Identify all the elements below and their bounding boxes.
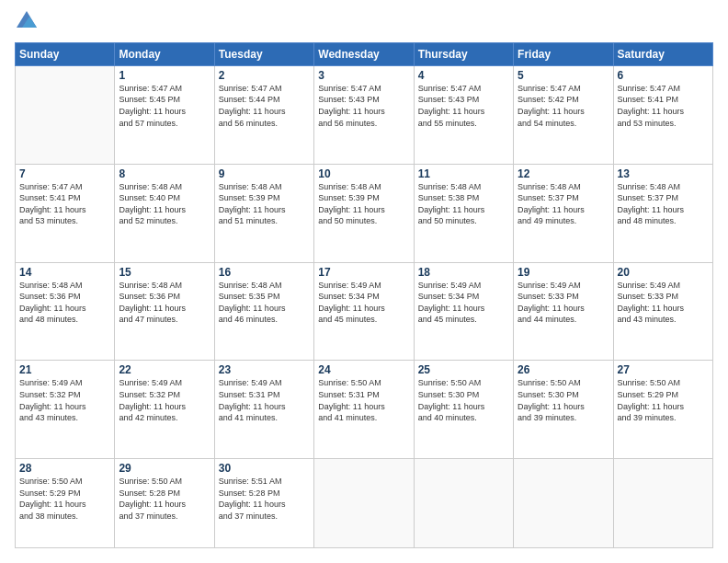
day-number: 8 [119, 167, 210, 180]
day-number: 17 [318, 266, 409, 279]
day-info: Sunrise: 5:49 AMSunset: 5:33 PMDaylight:… [518, 280, 609, 326]
calendar-cell [414, 459, 513, 548]
day-info: Sunrise: 5:50 AMSunset: 5:31 PMDaylight:… [318, 377, 409, 423]
day-number: 26 [518, 363, 609, 376]
day-number: 21 [19, 363, 110, 376]
day-number: 15 [119, 266, 210, 279]
calendar-cell: 19Sunrise: 5:49 AMSunset: 5:33 PMDayligh… [514, 262, 613, 361]
calendar-cell: 20Sunrise: 5:49 AMSunset: 5:33 PMDayligh… [613, 262, 712, 361]
day-number: 28 [19, 462, 110, 475]
day-info: Sunrise: 5:48 AMSunset: 5:38 PMDaylight:… [418, 181, 509, 227]
header-friday: Friday [514, 42, 613, 65]
day-number: 20 [618, 266, 709, 279]
header [15, 15, 713, 33]
header-wednesday: Wednesday [314, 42, 414, 65]
day-number: 2 [219, 69, 310, 82]
calendar-cell: 9Sunrise: 5:48 AMSunset: 5:39 PMDaylight… [214, 164, 313, 262]
calendar-week-row: 28Sunrise: 5:50 AMSunset: 5:29 PMDayligh… [16, 459, 713, 548]
day-number: 16 [219, 266, 310, 279]
calendar-cell: 18Sunrise: 5:49 AMSunset: 5:34 PMDayligh… [414, 262, 513, 361]
day-info: Sunrise: 5:50 AMSunset: 5:29 PMDaylight:… [618, 377, 709, 423]
calendar-cell [314, 459, 414, 548]
calendar-header-row: SundayMondayTuesdayWednesdayThursdayFrid… [16, 42, 713, 65]
calendar-cell: 13Sunrise: 5:48 AMSunset: 5:37 PMDayligh… [613, 164, 712, 262]
calendar-cell: 14Sunrise: 5:48 AMSunset: 5:36 PMDayligh… [16, 262, 115, 361]
day-info: Sunrise: 5:48 AMSunset: 5:40 PMDaylight:… [119, 181, 210, 227]
day-number: 24 [318, 363, 409, 376]
calendar-cell: 26Sunrise: 5:50 AMSunset: 5:30 PMDayligh… [514, 361, 613, 459]
day-number: 22 [119, 363, 210, 376]
calendar-week-row: 7Sunrise: 5:47 AMSunset: 5:41 PMDaylight… [16, 164, 713, 262]
calendar-cell: 2Sunrise: 5:47 AMSunset: 5:44 PMDaylight… [214, 65, 313, 164]
day-info: Sunrise: 5:49 AMSunset: 5:32 PMDaylight:… [19, 377, 110, 423]
calendar-cell [514, 459, 613, 548]
day-info: Sunrise: 5:50 AMSunset: 5:30 PMDaylight:… [518, 377, 609, 423]
day-info: Sunrise: 5:48 AMSunset: 5:39 PMDaylight:… [219, 181, 310, 227]
calendar-cell: 17Sunrise: 5:49 AMSunset: 5:34 PMDayligh… [314, 262, 414, 361]
day-number: 13 [618, 167, 709, 180]
day-info: Sunrise: 5:49 AMSunset: 5:33 PMDaylight:… [618, 280, 709, 326]
calendar-cell: 3Sunrise: 5:47 AMSunset: 5:43 PMDaylight… [314, 65, 414, 164]
calendar-cell [16, 65, 115, 164]
day-number: 19 [518, 266, 609, 279]
calendar-cell: 16Sunrise: 5:48 AMSunset: 5:35 PMDayligh… [214, 262, 313, 361]
day-info: Sunrise: 5:48 AMSunset: 5:36 PMDaylight:… [119, 280, 210, 326]
calendar-cell: 1Sunrise: 5:47 AMSunset: 5:45 PMDaylight… [115, 65, 214, 164]
day-info: Sunrise: 5:48 AMSunset: 5:37 PMDaylight:… [618, 181, 709, 227]
day-info: Sunrise: 5:49 AMSunset: 5:34 PMDaylight:… [418, 280, 509, 326]
calendar-week-row: 14Sunrise: 5:48 AMSunset: 5:36 PMDayligh… [16, 262, 713, 361]
day-info: Sunrise: 5:47 AMSunset: 5:41 PMDaylight:… [618, 83, 709, 129]
calendar-week-row: 1Sunrise: 5:47 AMSunset: 5:45 PMDaylight… [16, 65, 713, 164]
header-tuesday: Tuesday [214, 42, 313, 65]
calendar-cell: 12Sunrise: 5:48 AMSunset: 5:37 PMDayligh… [514, 164, 613, 262]
day-info: Sunrise: 5:48 AMSunset: 5:37 PMDaylight:… [518, 181, 609, 227]
day-info: Sunrise: 5:47 AMSunset: 5:42 PMDaylight:… [518, 83, 609, 129]
day-number: 5 [518, 69, 609, 82]
calendar-cell: 28Sunrise: 5:50 AMSunset: 5:29 PMDayligh… [16, 459, 115, 548]
day-number: 23 [219, 363, 310, 376]
day-info: Sunrise: 5:47 AMSunset: 5:45 PMDaylight:… [119, 83, 210, 129]
day-info: Sunrise: 5:50 AMSunset: 5:30 PMDaylight:… [418, 377, 509, 423]
day-info: Sunrise: 5:50 AMSunset: 5:28 PMDaylight:… [119, 476, 210, 522]
day-number: 14 [19, 266, 110, 279]
calendar-cell: 6Sunrise: 5:47 AMSunset: 5:41 PMDaylight… [613, 65, 712, 164]
calendar-cell: 22Sunrise: 5:49 AMSunset: 5:32 PMDayligh… [115, 361, 214, 459]
calendar-cell: 27Sunrise: 5:50 AMSunset: 5:29 PMDayligh… [613, 361, 712, 459]
day-number: 6 [618, 69, 709, 82]
day-number: 30 [219, 462, 310, 475]
header-sunday: Sunday [16, 42, 115, 65]
calendar-cell: 21Sunrise: 5:49 AMSunset: 5:32 PMDayligh… [16, 361, 115, 459]
day-number: 4 [418, 69, 509, 82]
calendar-week-row: 21Sunrise: 5:49 AMSunset: 5:32 PMDayligh… [16, 361, 713, 459]
calendar-cell: 4Sunrise: 5:47 AMSunset: 5:43 PMDaylight… [414, 65, 513, 164]
day-number: 7 [19, 167, 110, 180]
day-number: 10 [318, 167, 409, 180]
calendar-cell: 29Sunrise: 5:50 AMSunset: 5:28 PMDayligh… [115, 459, 214, 548]
day-number: 12 [518, 167, 609, 180]
day-number: 27 [618, 363, 709, 376]
calendar-cell: 24Sunrise: 5:50 AMSunset: 5:31 PMDayligh… [314, 361, 414, 459]
calendar-cell: 8Sunrise: 5:48 AMSunset: 5:40 PMDaylight… [115, 164, 214, 262]
calendar-cell: 5Sunrise: 5:47 AMSunset: 5:42 PMDaylight… [514, 65, 613, 164]
day-info: Sunrise: 5:48 AMSunset: 5:39 PMDaylight:… [318, 181, 409, 227]
day-info: Sunrise: 5:47 AMSunset: 5:41 PMDaylight:… [19, 181, 110, 227]
day-info: Sunrise: 5:49 AMSunset: 5:31 PMDaylight:… [219, 377, 310, 423]
logo [15, 15, 37, 33]
day-info: Sunrise: 5:50 AMSunset: 5:29 PMDaylight:… [19, 476, 110, 522]
day-info: Sunrise: 5:47 AMSunset: 5:43 PMDaylight:… [418, 83, 509, 129]
day-info: Sunrise: 5:47 AMSunset: 5:44 PMDaylight:… [219, 83, 310, 129]
calendar-cell: 10Sunrise: 5:48 AMSunset: 5:39 PMDayligh… [314, 164, 414, 262]
calendar-cell: 23Sunrise: 5:49 AMSunset: 5:31 PMDayligh… [214, 361, 313, 459]
logo-icon [17, 11, 37, 28]
day-info: Sunrise: 5:48 AMSunset: 5:35 PMDaylight:… [219, 280, 310, 326]
day-info: Sunrise: 5:47 AMSunset: 5:43 PMDaylight:… [318, 83, 409, 129]
calendar-cell: 30Sunrise: 5:51 AMSunset: 5:28 PMDayligh… [214, 459, 313, 548]
header-saturday: Saturday [613, 42, 712, 65]
header-thursday: Thursday [414, 42, 513, 65]
day-info: Sunrise: 5:48 AMSunset: 5:36 PMDaylight:… [19, 280, 110, 326]
day-info: Sunrise: 5:49 AMSunset: 5:32 PMDaylight:… [119, 377, 210, 423]
day-number: 18 [418, 266, 509, 279]
day-number: 25 [418, 363, 509, 376]
day-number: 3 [318, 69, 409, 82]
calendar-cell [613, 459, 712, 548]
